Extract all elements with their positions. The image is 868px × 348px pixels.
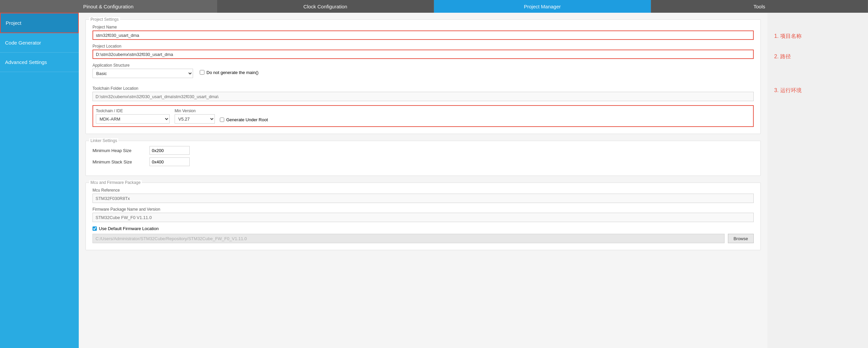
toolchain-ide-label: Toolchain / IDE [96, 108, 169, 113]
project-name-label: Project Name [93, 25, 754, 29]
toolchain-ide-group: Toolchain / IDE MDK-ARM EWARM SW4STM32 M… [96, 108, 169, 124]
mcu-firmware-legend: Mcu and Firmware Package [89, 180, 142, 185]
min-stack-label: Minimum Stack Size [93, 159, 146, 164]
min-stack-input[interactable] [150, 157, 190, 166]
sidebar-item-advanced-settings[interactable]: Advanced Settings [0, 53, 79, 72]
min-heap-row: Minimum Heap Size [93, 146, 754, 155]
project-name-group: Project Name [93, 25, 754, 40]
min-version-label: Min Version [175, 108, 215, 113]
tab-clock[interactable]: Clock Configuration [217, 0, 434, 13]
firmware-package-group: Firmware Package Name and Version [93, 207, 754, 222]
mcu-reference-group: Mcu Reference [93, 188, 754, 203]
annotation-area: 1. 项目名称 2. 路径 3. 运行环境 [768, 13, 868, 348]
app-structure-group: Application Structure Basic Advanced [93, 63, 193, 78]
linker-settings-card: Linker Settings Minimum Heap Size Minimu… [86, 141, 761, 176]
generate-under-root-row: Generate Under Root [220, 117, 268, 124]
annotation-2: 2. 路径 [774, 53, 861, 60]
app-structure-row: Application Structure Basic Advanced Do … [93, 63, 754, 82]
tab-project-manager[interactable]: Project Manager [434, 0, 651, 13]
project-name-input[interactable] [93, 30, 754, 40]
annotation-3: 3. 运行环境 [774, 87, 861, 94]
do-not-generate-main-checkbox[interactable] [200, 70, 205, 75]
tab-tools[interactable]: Tools [651, 0, 868, 13]
min-version-group: Min Version V5.27 V5.26 V5.25 [175, 108, 215, 124]
tab-pinout[interactable]: Pinout & Configuration [0, 0, 217, 13]
min-version-select[interactable]: V5.27 V5.26 V5.25 [175, 114, 215, 124]
firmware-package-input[interactable] [93, 213, 754, 222]
project-location-group: Project Location [93, 44, 754, 59]
use-default-firmware-row: Use Default Firmware Location [93, 226, 754, 231]
toolchain-folder-label: Toolchain Folder Location [93, 86, 754, 91]
sidebar: Project Code Generator Advanced Settings [0, 13, 79, 348]
use-default-firmware-checkbox[interactable] [93, 226, 97, 231]
annotation-1: 1. 项目名称 [774, 33, 861, 40]
min-heap-label: Minimum Heap Size [93, 148, 146, 153]
main-layout: Project Code Generator Advanced Settings… [0, 13, 868, 348]
mcu-reference-input[interactable] [93, 194, 754, 203]
min-stack-row: Minimum Stack Size [93, 157, 754, 166]
firmware-path-row: Browse [93, 234, 754, 243]
min-heap-input[interactable] [150, 146, 190, 155]
top-nav: Pinout & Configuration Clock Configurati… [0, 0, 868, 13]
toolchain-folder-group: Toolchain Folder Location [93, 86, 754, 101]
use-default-firmware-label: Use Default Firmware Location [99, 226, 158, 231]
do-not-generate-main-label: Do not generate the main() [207, 70, 258, 75]
sidebar-item-project[interactable]: Project [0, 13, 79, 33]
generate-under-root-checkbox[interactable] [220, 118, 224, 122]
project-location-label: Project Location [93, 44, 754, 49]
sidebar-item-code-generator[interactable]: Code Generator [0, 33, 79, 53]
content-area: Project Settings Project Name Project Lo… [79, 13, 768, 348]
app-structure-select[interactable]: Basic Advanced [93, 69, 193, 78]
toolchain-ide-row: Toolchain / IDE MDK-ARM EWARM SW4STM32 M… [93, 105, 754, 127]
generate-under-root-label: Generate Under Root [226, 117, 268, 122]
firmware-path-input[interactable] [93, 234, 724, 243]
mcu-reference-label: Mcu Reference [93, 188, 754, 193]
toolchain-ide-select[interactable]: MDK-ARM EWARM SW4STM32 Makefile [96, 114, 169, 124]
firmware-package-label: Firmware Package Name and Version [93, 207, 754, 212]
project-location-input[interactable] [93, 50, 754, 59]
do-not-generate-main-row: Do not generate the main() [200, 70, 258, 75]
linker-settings-legend: Linker Settings [89, 138, 118, 143]
project-settings-card: Project Settings Project Name Project Lo… [86, 20, 761, 134]
mcu-firmware-card: Mcu and Firmware Package Mcu Reference F… [86, 183, 761, 250]
browse-button[interactable]: Browse [728, 234, 754, 243]
app-structure-label: Application Structure [93, 63, 193, 68]
toolchain-folder-input[interactable] [93, 92, 754, 101]
project-settings-legend: Project Settings [89, 17, 120, 22]
